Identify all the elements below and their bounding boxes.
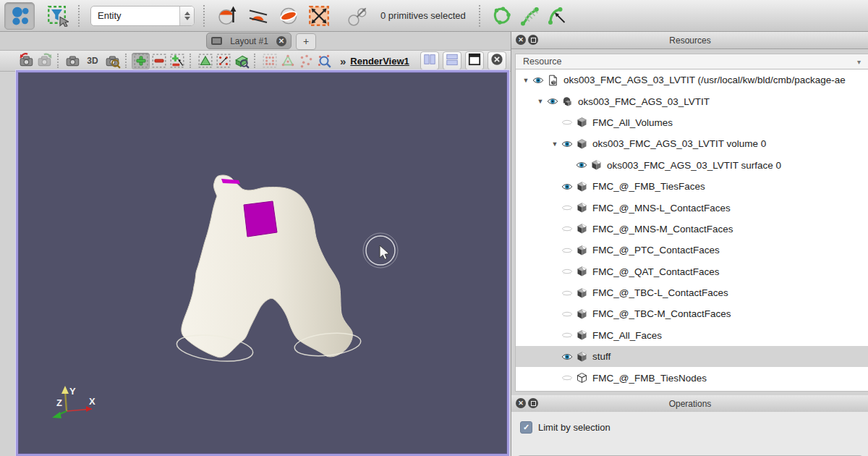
redo-camera-icon (37, 53, 53, 69)
resource-column-header[interactable]: Resource ▾ (515, 54, 868, 69)
visibility-eye-icon[interactable] (575, 159, 588, 171)
visibility-eye-icon[interactable] (561, 287, 574, 299)
new-tab-button[interactable]: + (296, 33, 316, 50)
select-cells-button[interactable] (278, 53, 297, 69)
select-vertices-button[interactable] (260, 53, 278, 69)
tree-row[interactable]: FMC_@_PTC_ContactFaces (516, 240, 868, 261)
band-selection-button[interactable] (273, 3, 304, 29)
resources-float-icon[interactable] (528, 35, 538, 45)
selection-cursor (363, 233, 398, 268)
tree-item-label: oks003_FMC_AGS_03_LVTIT (/usr/local/kw/b… (563, 75, 846, 85)
reset-camera-button[interactable] (17, 53, 35, 69)
tree-row[interactable]: FMC_@_FMB_TiesFaces (516, 176, 868, 197)
screenshot-button[interactable] (64, 53, 82, 69)
select-subtract-button[interactable] (150, 53, 168, 69)
resources-panel-title: Resources (669, 35, 710, 46)
render-viewport[interactable]: Y X Z (16, 70, 509, 456)
visibility-eye-icon[interactable] (561, 117, 574, 128)
select-scatter-button[interactable] (297, 53, 315, 69)
tree-row[interactable]: stuff (516, 346, 868, 367)
tree-row[interactable]: FMC_@_MNS-L_ContactFaces (516, 197, 868, 218)
clip-selection-icon (247, 5, 269, 27)
tree-row[interactable]: FMC_@_QAT_ContactFaces (516, 261, 868, 282)
expand-selection-button[interactable] (304, 3, 334, 29)
visibility-eye-icon[interactable] (561, 308, 574, 320)
operations-close-icon[interactable]: ✕ (516, 398, 526, 408)
move-selection-button[interactable] (343, 3, 373, 29)
app-grid-button[interactable] (4, 2, 35, 30)
maximize-view-button[interactable] (465, 51, 484, 70)
visibility-eye-icon[interactable] (561, 181, 574, 193)
resources-close-icon[interactable]: ✕ (516, 35, 526, 45)
tree-row[interactable]: FMC_@_TBC-L_ContactFaces (516, 282, 868, 303)
tab-close-icon[interactable]: ✕ (276, 36, 286, 46)
edge-loop-icon (491, 5, 513, 27)
entity-select-stepper[interactable] (179, 7, 194, 25)
select-solid-button[interactable] (232, 53, 250, 69)
visibility-eye-icon[interactable] (532, 75, 545, 86)
selection-filter-button[interactable] (43, 3, 72, 29)
orientation-axes-widget: Y X Z (52, 386, 95, 418)
select-add-button[interactable] (132, 53, 150, 69)
split-horizontal-button[interactable] (443, 51, 461, 70)
curve-hatch-button[interactable] (516, 3, 543, 29)
tree-row[interactable]: ▼ oks003_FMC_AGS_03_LVTIT (/usr/local/kw… (516, 69, 868, 90)
limit-by-selection-checkbox[interactable]: ✓ (520, 421, 532, 434)
tree-row[interactable]: FMC_All_Volumes (516, 112, 868, 133)
camera-zoom-icon (105, 53, 121, 69)
operations-float-icon[interactable] (528, 398, 538, 408)
close-view-button[interactable] (488, 51, 506, 70)
axis-label-y: Y (69, 386, 76, 397)
visibility-eye-icon[interactable] (561, 245, 574, 256)
visibility-eye-icon[interactable] (546, 96, 559, 107)
grow-selection-button[interactable] (213, 3, 243, 29)
edge-loop-button[interactable] (488, 3, 516, 29)
entity-type-select[interactable]: Entity (90, 6, 195, 26)
mouse-pointer-icon (380, 245, 389, 259)
visibility-eye-icon[interactable] (561, 372, 574, 384)
visibility-eye-icon[interactable] (561, 138, 574, 150)
visibility-eye-icon[interactable] (561, 202, 574, 214)
select-points-button[interactable] (214, 53, 232, 69)
zoom-to-selection-button[interactable] (315, 53, 333, 69)
move-selection-icon (347, 5, 369, 27)
toolbar-overflow-button[interactable]: » (340, 55, 346, 67)
clip-selection-button[interactable] (243, 3, 273, 29)
select-toggle-icon (169, 53, 185, 69)
visibility-eye-icon[interactable] (561, 351, 574, 363)
split-vertical-button[interactable] (420, 51, 439, 70)
split-horizontal-icon (446, 53, 459, 69)
tree-row[interactable]: ▼ oks003_FMC_AGS_03_LVTIT (516, 90, 868, 111)
reset-camera-icon (19, 53, 35, 69)
visibility-eye-icon[interactable] (561, 223, 574, 235)
tree-row[interactable]: ▼ oks003_FMC_AGS_03_LVTIT volume 0 (516, 133, 868, 154)
tab-layout-1[interactable]: Layout #1 ✕ (206, 33, 292, 49)
visibility-eye-icon[interactable] (561, 329, 574, 341)
points-grid-icon (262, 53, 278, 69)
render-view-title[interactable]: RenderView1 (350, 56, 409, 67)
tree-row[interactable]: oks003_FMC_AGS_03_LVTIT surface 0 (516, 155, 868, 176)
layout-tab-label: Layout #1 (226, 36, 272, 46)
tree-expander[interactable]: ▼ (520, 77, 532, 84)
resource-node-icon (576, 308, 588, 320)
tree-item-label: oks003_FMC_AGS_03_LVTIT volume 0 (592, 138, 766, 149)
tree-item-label: oks003_FMC_AGS_03_LVTIT (578, 96, 710, 107)
visibility-eye-icon[interactable] (561, 266, 574, 277)
primitives-selected-status: 0 primitives selected (380, 10, 466, 21)
toggle-3d-button[interactable]: 3D (82, 53, 103, 69)
tree-expander[interactable]: ▼ (535, 98, 546, 105)
select-surface-button[interactable] (196, 53, 214, 69)
tree-expander[interactable]: ▼ (549, 140, 561, 148)
curve-edit-button[interactable] (543, 3, 571, 29)
side-panel: ✕ Resources Resource ▾ ▼ oks003_FMC_AGS_… (511, 32, 868, 456)
limit-by-selection-label: Limit by selection (538, 422, 610, 433)
tree-item-label: FMC_All_Volumes (592, 117, 673, 128)
tree-row[interactable]: FMC_All_Faces (516, 325, 868, 346)
grow-selection-icon (217, 5, 239, 27)
tree-row[interactable]: FMC_@_TBC-M_ContactFaces (516, 303, 868, 324)
tree-row[interactable]: FMC_@_FMB_TiesNodes (516, 367, 868, 388)
zoom-to-box-button[interactable] (103, 53, 122, 69)
redo-camera-button[interactable] (35, 53, 54, 69)
tree-row[interactable]: FMC_@_MNS-M_ContactFaces (516, 219, 868, 240)
select-toggle-button[interactable] (168, 53, 186, 69)
